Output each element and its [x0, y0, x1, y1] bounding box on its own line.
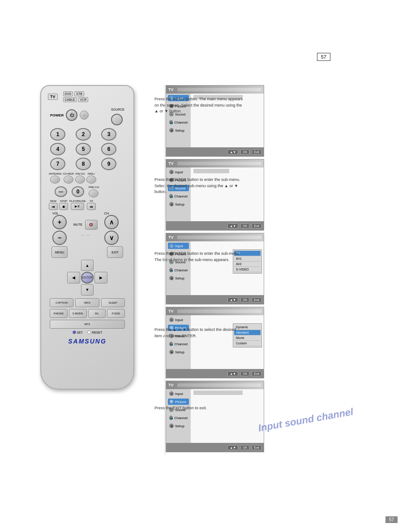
ch-down-button[interactable]: ∨	[104, 231, 119, 245]
fav-ch-label: FAV.CH	[76, 172, 85, 175]
dpad-right-button[interactable]: ▶	[94, 272, 107, 283]
psize-button[interactable]: P.SIZE	[107, 309, 125, 318]
tv-button[interactable]: TV	[48, 94, 58, 100]
set-dot	[73, 330, 76, 334]
menu-input-4: ⊙ Input	[168, 317, 189, 323]
dash-zero-row: — 0 PRE-CH	[48, 186, 127, 197]
vol-up-button[interactable]: +	[52, 215, 67, 229]
menu-button[interactable]: MENU	[51, 246, 68, 258]
tv-screen-4: TV ⊙ Input 🖼 Picture 🔊 Sound 📺	[166, 307, 264, 378]
dash-button[interactable]: —	[55, 186, 67, 197]
menu-channel-3: 📺 Channel	[168, 267, 189, 273]
stop-label: STOP	[60, 200, 67, 202]
zero-button[interactable]: 0	[72, 186, 84, 197]
ff-label: FF	[90, 200, 93, 202]
num-2-button[interactable]: 2	[76, 128, 91, 141]
dpad-left-button[interactable]: ◀	[67, 272, 80, 283]
footer-exit-4: Exit	[252, 371, 261, 376]
step-text-5: Press the EXIT button to exit.	[154, 405, 244, 412]
pre-ch-button[interactable]	[89, 189, 98, 197]
vcr-button[interactable]: VCR	[78, 97, 88, 102]
num-9-button[interactable]: 9	[101, 158, 116, 170]
pmode-button[interactable]: P.MODE	[50, 309, 68, 318]
menu-channel-4: 📺 Channel	[168, 341, 189, 347]
footer-ok-5: ▲▼	[227, 445, 238, 450]
num-3-button[interactable]: 3	[101, 128, 116, 141]
step-text-2: Press the ENTER button to enter the sub-…	[154, 177, 244, 195]
footer-enter-3: OK	[240, 297, 249, 302]
caption-button[interactable]: CAPTION	[50, 298, 73, 307]
exit-button[interactable]: EXIT	[107, 246, 123, 258]
footer-ok-3: ▲▼	[227, 297, 238, 302]
pre-ch-label: PRE-CH	[89, 186, 99, 197]
menu-input-3: ⊙ Input	[168, 243, 189, 249]
menu-input-2: ⊙ Input	[168, 169, 189, 175]
antenna-label: ANTENNA	[49, 172, 62, 175]
info-button[interactable]: INFO	[75, 298, 99, 307]
mute-button[interactable]: 🔇	[85, 220, 98, 230]
power-source-row: POWER ⏻ ··· SOURCE	[48, 105, 127, 125]
menu-channel-1: 📺 Channel	[168, 119, 189, 125]
tv-content-4: Dynamic Standard Movie Custom	[191, 315, 264, 369]
num-5-button[interactable]: 5	[76, 143, 91, 155]
num-4-button[interactable]: 4	[50, 143, 65, 155]
mts-button[interactable]: MTS	[50, 320, 125, 329]
number-grid: 1 2 3 4 5 6 7 8 9	[48, 128, 127, 170]
footer-ok-2: ▲▼	[227, 223, 238, 228]
footer-ok-1: ▲▼	[227, 150, 238, 154]
stop-button[interactable]: ⏹	[59, 203, 68, 210]
remote-top-row: TV DVD STB CABLE VCR	[48, 91, 127, 102]
antenna-button[interactable]	[50, 176, 60, 184]
menu-input-5: ⊙ Input	[168, 390, 189, 397]
step-text-4: Press the ▲ or ▼ button to select the de…	[154, 327, 244, 339]
dropdown-svideo: S-VIDEO	[234, 267, 261, 272]
rew-button[interactable]: ⏮	[49, 203, 58, 210]
tv-screen-1: TV ⊙ Input 🖼 Picture 🔊 Sound 📺	[166, 85, 264, 157]
play-pause-label: PLAY/PAUSE	[69, 200, 86, 202]
set-reset-row: SET RESET	[73, 330, 103, 334]
ch-label: CH	[104, 212, 119, 215]
mts-row: MTS	[48, 320, 127, 329]
footer-exit-5: Exit	[252, 445, 261, 450]
sil-button[interactable]: SIL	[88, 309, 106, 318]
cable-button[interactable]: CABLE	[63, 97, 77, 102]
dvd-button[interactable]: DVD	[63, 91, 73, 96]
source-button[interactable]	[111, 114, 123, 125]
vol-ch-row: VOL + − MUTE 🔇 ··· ··· CH ∧	[48, 212, 127, 245]
menu-exit-row: MENU EXIT	[48, 246, 127, 258]
transport-row: REW ⏮ STOP ⏹ PLAY/PAUSE ▶⏸ FF ⏭	[48, 200, 127, 210]
vol-down-button[interactable]: −	[52, 231, 67, 245]
footer-exit-2: Exit	[252, 223, 261, 228]
color-buttons-row: P.MODE S.MODE SIL P.SIZE	[48, 309, 127, 318]
power-button[interactable]: ⏻	[66, 109, 77, 121]
stb-button[interactable]: STB	[74, 91, 84, 96]
dots-right: ···	[86, 233, 90, 237]
mute-label: MUTE	[73, 223, 82, 226]
dpad: ▲ ◀ ENTER ▶ ▼	[67, 260, 107, 296]
caption-info-row: CAPTION INFO SLEEP	[48, 298, 127, 307]
ch-mgr-label: CH MGR	[63, 172, 74, 175]
num-1-button[interactable]: 1	[50, 128, 65, 141]
ff-button[interactable]: ⏭	[87, 203, 96, 210]
num-6-button[interactable]: 6	[101, 143, 116, 155]
antenna-row: ANTENNA CH MGR FAV.CH DNS+	[48, 172, 127, 184]
ch-mgr-button[interactable]	[64, 176, 73, 184]
menu-setup-3: ⚙ Setup	[168, 275, 189, 281]
num-7-button[interactable]: 7	[50, 158, 65, 170]
tv-sidebar-3: ⊙ Input 🖼 Picture 🔊 Sound 📺 Channel ⚙	[166, 241, 191, 295]
enter-button[interactable]: ENTER	[81, 272, 94, 283]
step-text-3: Press the ENTER button to enter the sub-…	[154, 251, 244, 263]
tv-sidebar-4: ⊙ Input 🖼 Picture 🔊 Sound 📺 Channel ⚙	[166, 315, 191, 369]
sleep-button[interactable]: SLEEP	[101, 298, 125, 307]
fav-ch-button[interactable]	[75, 176, 85, 184]
tv-footer-3: ▲▼ OK Exit	[166, 295, 264, 304]
dpad-down-button[interactable]: ▼	[81, 284, 94, 296]
ch-up-button[interactable]: ∧	[104, 215, 119, 229]
reset-dot	[87, 330, 91, 334]
dpad-up-button[interactable]: ▲	[81, 260, 94, 271]
smode-button[interactable]: S.MODE	[69, 309, 87, 318]
play-pause-button[interactable]: ▶⏸	[71, 203, 84, 210]
rew-label: REW	[50, 200, 56, 202]
num-8-button[interactable]: 8	[76, 158, 91, 170]
dns-button[interactable]	[86, 176, 96, 184]
